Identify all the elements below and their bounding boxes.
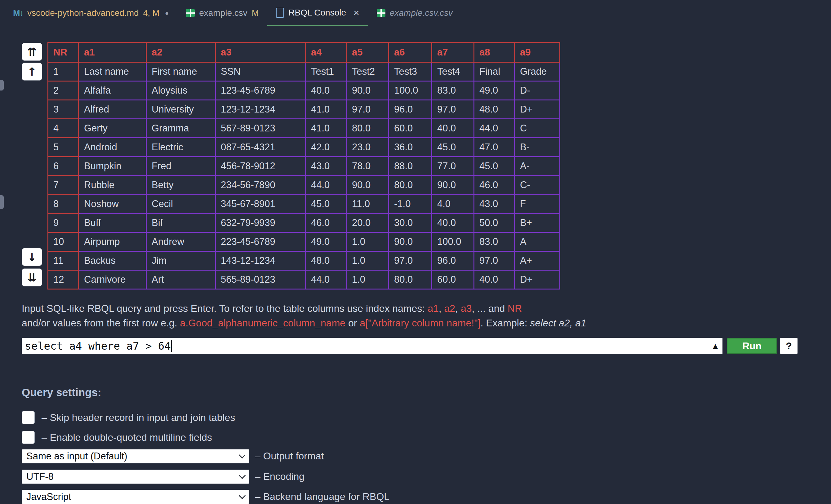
select-value: JavaScript: [26, 491, 240, 502]
table-cell: 50.0: [474, 213, 515, 233]
column-header-a9: a9: [515, 43, 560, 62]
table-cell: Noshow: [79, 195, 146, 213]
row-number-cell: 12: [48, 270, 79, 289]
help-button[interactable]: ?: [780, 338, 798, 354]
table-row: 1Last nameFirst nameSSNTest1Test2Test3Te…: [48, 62, 560, 81]
chevron-down-icon: [239, 492, 246, 499]
scroll-to-bottom-button[interactable]: ⇊: [22, 268, 42, 287]
tab-label: example.csv.csv: [390, 8, 453, 18]
tab-example-csv[interactable]: example.csv M: [177, 0, 267, 26]
encoding-select[interactable]: UTF-8: [22, 470, 249, 484]
table-cell: 1.0: [347, 270, 389, 289]
chevron-down-icon: [239, 472, 246, 479]
table-cell: Fred: [146, 157, 216, 176]
table-row: 3AlfredUniversity123-12-123441.097.096.0…: [48, 100, 560, 119]
table-cell: Backus: [79, 251, 146, 270]
table-cell: 97.0: [474, 251, 515, 270]
table-row: 12CarnivoreArt565-89-012344.01.080.060.0…: [48, 270, 560, 289]
table-cell: 45.0: [474, 157, 515, 176]
left-edge-mark: [0, 195, 4, 209]
table-body: 1Last nameFirst nameSSNTest1Test2Test3Te…: [48, 62, 560, 289]
table-cell: 345-67-8901: [216, 195, 306, 213]
table-cell: B+: [515, 213, 560, 233]
row-number-cell: 8: [48, 195, 79, 213]
table-cell: Grade: [515, 62, 560, 81]
table-cell: B-: [515, 138, 560, 157]
table-row: 10AirpumpAndrew223-45-678949.01.090.0100…: [48, 233, 560, 251]
table-cell: 36.0: [389, 138, 432, 157]
table-cell: Test1: [306, 62, 347, 81]
row-number-cell: 5: [48, 138, 79, 157]
table-cell: 43.0: [306, 157, 347, 176]
table-cell: F: [515, 195, 560, 213]
scroll-down-button[interactable]: ↓: [22, 248, 42, 266]
table-cell: 30.0: [389, 213, 432, 233]
table-cell: D-: [515, 81, 560, 100]
row-number-cell: 10: [48, 233, 79, 251]
instruction-segment: select a2, a1: [530, 318, 586, 329]
table-cell: 1.0: [347, 233, 389, 251]
checkbox-label: – Skip header record in input and join t…: [41, 412, 235, 423]
instruction-segment: and/or values from the first row e.g.: [22, 318, 180, 329]
tab-rbql-console[interactable]: RBQL Console ×: [267, 0, 368, 26]
table-cell: 4.0: [432, 195, 474, 213]
row-number-cell: 7: [48, 176, 79, 195]
table-cell: 90.0: [347, 176, 389, 195]
table-cell: Alfred: [79, 100, 146, 119]
column-header-NR: NR: [48, 43, 79, 62]
table-cell: 49.0: [306, 233, 347, 251]
table-cell: 46.0: [306, 213, 347, 233]
table-cell: 565-89-0123: [216, 270, 306, 289]
table-cell: 78.0: [347, 157, 389, 176]
multiline-fields-checkbox[interactable]: [22, 431, 35, 444]
table-cell: 44.0: [306, 176, 347, 195]
row-number-cell: 6: [48, 157, 79, 176]
table-cell: 100.0: [389, 81, 432, 100]
table-cell: 23.0: [347, 138, 389, 157]
table-cell: 143-12-1234: [216, 251, 306, 270]
table-cell: Gramma: [146, 119, 216, 138]
backend-language-row: JavaScript – Backend language for RBQL: [22, 490, 390, 504]
column-header-a7: a7: [432, 43, 474, 62]
backend-language-select[interactable]: JavaScript: [22, 490, 249, 504]
tab-git-badge: M: [252, 8, 259, 18]
table-cell: 49.0: [474, 81, 515, 100]
table-cell: 632-79-9939: [216, 213, 306, 233]
table-cell: 223-45-6789: [216, 233, 306, 251]
instructions-line1: Input SQL-like RBQL query and press Ente…: [22, 301, 586, 316]
skip-header-checkbox[interactable]: [22, 411, 35, 424]
instruction-segment: NR: [508, 303, 522, 314]
table-cell: 47.0: [474, 138, 515, 157]
tab-vscode-python-advanced-md[interactable]: M↓ vscode-python-advanced.md 4, M ●: [4, 0, 177, 26]
multiline-fields-row: – Enable double-quoted multiline fields: [22, 430, 212, 444]
table-cell: 96.0: [432, 251, 474, 270]
table-row: 2AlfalfaAloysius123-45-678940.090.0100.0…: [48, 81, 560, 100]
table-cell: SSN: [216, 62, 306, 81]
instructions-line2: and/or values from the first row e.g. a.…: [22, 316, 586, 330]
editor-tab-bar: M↓ vscode-python-advanced.md 4, M ● exam…: [0, 0, 831, 26]
table-cell: Alfalfa: [79, 81, 146, 100]
scroll-up-button[interactable]: ↑: [22, 63, 42, 81]
text-caret: [171, 340, 172, 352]
select-label: – Encoding: [255, 471, 305, 482]
tab-example-csv-csv[interactable]: example.csv.csv: [368, 0, 461, 26]
scroll-to-top-button[interactable]: ⇈: [22, 43, 42, 61]
table-cell: 80.0: [389, 176, 432, 195]
table-cell: Carnivore: [79, 270, 146, 289]
table-cell: 48.0: [474, 100, 515, 119]
table-cell: -1.0: [389, 195, 432, 213]
query-input[interactable]: select a4 where a7 > 64: [22, 338, 708, 354]
output-format-select[interactable]: Same as input (Default): [22, 449, 249, 464]
run-button[interactable]: Run: [727, 338, 777, 354]
instruction-segment: . Example:: [480, 318, 530, 329]
close-icon[interactable]: ×: [353, 8, 360, 18]
table-cell: Betty: [146, 176, 216, 195]
table-cell: 20.0: [347, 213, 389, 233]
table-cell: 80.0: [389, 270, 432, 289]
table-cell: 1.0: [347, 251, 389, 270]
table-cell: 41.0: [306, 119, 347, 138]
table-cell: 60.0: [432, 270, 474, 289]
query-history-button[interactable]: ▲: [708, 338, 722, 354]
select-label: – Backend language for RBQL: [255, 491, 390, 502]
instruction-segment: , ... and: [471, 303, 508, 314]
